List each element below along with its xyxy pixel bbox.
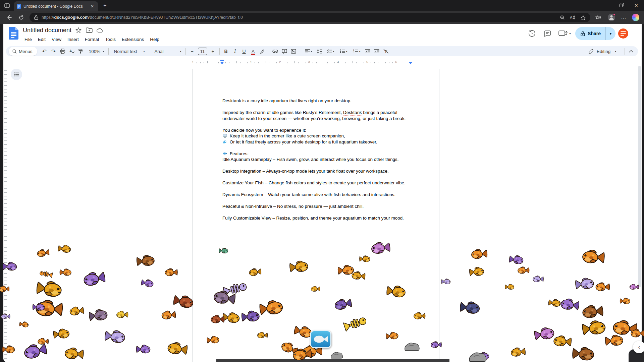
close-button[interactable]: ✕ [629, 0, 644, 11]
insert-comment-button[interactable] [280, 47, 289, 56]
doc-line[interactable] [222, 104, 412, 110]
share-caret-icon[interactable]: ▾ [606, 32, 615, 36]
doc-line[interactable]: Or let it float freely across your whole… [222, 139, 412, 145]
italic-button[interactable]: I [231, 47, 239, 56]
document-title[interactable]: Untitled document [23, 27, 71, 34]
tab-actions-icon[interactable] [3, 2, 11, 9]
browser-tab[interactable]: Untitled document - Google Docs ✕ [14, 1, 98, 11]
doc-text[interactable]: Desktank is a cozy idle aquarium that li… [222, 98, 412, 221]
doc-line[interactable]: You decide how you want to experience it… [222, 127, 412, 133]
settings-more-icon[interactable]: … [619, 13, 628, 22]
ruler[interactable]: 1123456 [3, 58, 642, 64]
underline-button[interactable]: U [240, 47, 249, 56]
insert-image-button[interactable] [289, 47, 298, 56]
undo-button[interactable]: ↶ [40, 47, 49, 56]
menu-tools[interactable]: Tools [103, 36, 118, 43]
paragraph-style-select[interactable]: Normal text▾ [111, 47, 147, 56]
menus-search-button[interactable]: Menus [9, 47, 37, 56]
doc-line[interactable]: Fully Customizable View – Resize, positi… [222, 215, 412, 221]
doc-line[interactable]: Desktop Integration – Always-on-top mode… [222, 168, 412, 174]
zoom-out-icon[interactable] [558, 13, 566, 21]
vertical-ruler [4, 67, 7, 362]
doc-line[interactable]: Inspired by the charm of idle games like… [222, 110, 412, 116]
bulleted-list-button[interactable]: ▾ [337, 47, 350, 56]
line-spacing-button[interactable] [315, 47, 324, 56]
spellcheck-button[interactable]: A [67, 47, 76, 56]
document-page[interactable]: Desktank is a cozy idle aquarium that li… [193, 69, 439, 362]
paint-format-button[interactable] [76, 47, 85, 56]
google-docs-icon[interactable] [9, 27, 18, 40]
decrease-font-button[interactable]: − [188, 47, 197, 56]
doc-line[interactable] [222, 121, 412, 127]
star-icon[interactable] [75, 26, 82, 34]
doc-line[interactable]: Desktank is a cozy idle aquarium that li… [222, 98, 412, 104]
doc-line[interactable]: underwater world to your screen — whethe… [222, 116, 412, 122]
doc-line[interactable]: Keep it tucked in the corner like a cute… [222, 133, 412, 139]
favorite-star-icon[interactable] [579, 13, 587, 21]
doc-line[interactable] [222, 209, 412, 216]
tab-close-icon[interactable]: ✕ [89, 3, 95, 9]
menu-format[interactable]: Format [83, 36, 102, 43]
doc-line[interactable]: Idle Aquarium Gameplay – Fish swim, grow… [222, 157, 412, 163]
refresh-button[interactable] [17, 13, 25, 22]
editing-mode-select[interactable]: Editing ▾ [586, 47, 623, 56]
hide-menus-button[interactable] [627, 47, 635, 56]
desktank-app-icon[interactable] [310, 330, 331, 350]
minimize-button[interactable]: – [598, 0, 613, 11]
favorites-hub-icon[interactable] [594, 13, 602, 22]
share-button[interactable]: Share ▾ [575, 27, 615, 40]
menu-edit[interactable]: Edit [36, 36, 48, 43]
profile-avatar[interactable] [607, 13, 616, 22]
docs-scrollbar[interactable] [638, 66, 641, 287]
insert-link-button[interactable] [271, 47, 280, 56]
docs-page-content: Untitled document File Edit View Insert … [3, 24, 642, 362]
right-indent-marker[interactable] [409, 62, 413, 64]
numbered-list-button[interactable]: 123 ▾ [351, 47, 363, 56]
bold-button[interactable]: B [222, 47, 230, 56]
highlight-button[interactable] [258, 47, 267, 56]
menu-insert[interactable]: Insert [65, 36, 81, 43]
font-size-input[interactable]: 11 [198, 48, 207, 55]
doc-line[interactable]: Customize Your Fish – Change fish colors… [222, 180, 412, 186]
font-select[interactable]: Arial▾ [151, 47, 183, 56]
account-avatar[interactable] [618, 28, 628, 39]
copilot-icon[interactable] [631, 13, 640, 22]
print-button[interactable] [58, 47, 67, 56]
document-tabs-button[interactable] [11, 69, 22, 80]
doc-line[interactable] [222, 198, 412, 204]
align-button[interactable]: ▾ [302, 47, 315, 56]
new-tab-button[interactable]: + [101, 2, 109, 9]
left-indent-marker[interactable] [220, 62, 224, 64]
doc-line[interactable] [222, 145, 412, 151]
doc-line[interactable]: Features: [222, 151, 412, 157]
menu-view[interactable]: View [49, 36, 64, 43]
back-button[interactable] [5, 13, 13, 22]
avatar-icon [608, 14, 615, 21]
menu-help[interactable]: Help [148, 36, 162, 43]
comments-icon[interactable] [541, 27, 554, 40]
redo-button[interactable]: ↷ [49, 47, 58, 56]
menu-file[interactable]: File [22, 36, 34, 43]
doc-line[interactable] [222, 186, 412, 192]
doc-line[interactable] [222, 174, 412, 180]
menu-extensions[interactable]: Extensions [119, 36, 146, 43]
increase-indent-button[interactable] [373, 47, 381, 56]
first-line-indent-marker[interactable] [220, 60, 224, 61]
doc-line[interactable]: Peaceful & Non-Intrusive – No stress, no… [222, 203, 412, 209]
checklist-button[interactable]: ▾ [324, 47, 337, 56]
increase-font-button[interactable]: + [209, 47, 217, 56]
doc-line[interactable] [222, 163, 412, 169]
doc-line[interactable]: Dynamic Ecosystem – Watch your tank come… [222, 192, 412, 198]
zoom-select[interactable]: 100%▾ [86, 47, 106, 56]
move-folder-icon[interactable] [86, 26, 93, 34]
text-color-button[interactable]: A [249, 47, 258, 56]
version-history-icon[interactable] [526, 27, 538, 40]
decrease-indent-button[interactable] [364, 47, 372, 56]
sidebar-toggle-button[interactable]: ‹ [633, 341, 644, 353]
meet-video-icon[interactable]: ▾ [556, 27, 573, 40]
read-aloud-icon[interactable]: A [569, 13, 577, 21]
address-bar[interactable]: https://docs.google.com/document/d/1RNhs… [30, 13, 590, 22]
restore-button[interactable] [613, 0, 629, 11]
cloud-status-icon[interactable] [96, 26, 104, 34]
clear-formatting-button[interactable]: T [382, 47, 390, 56]
